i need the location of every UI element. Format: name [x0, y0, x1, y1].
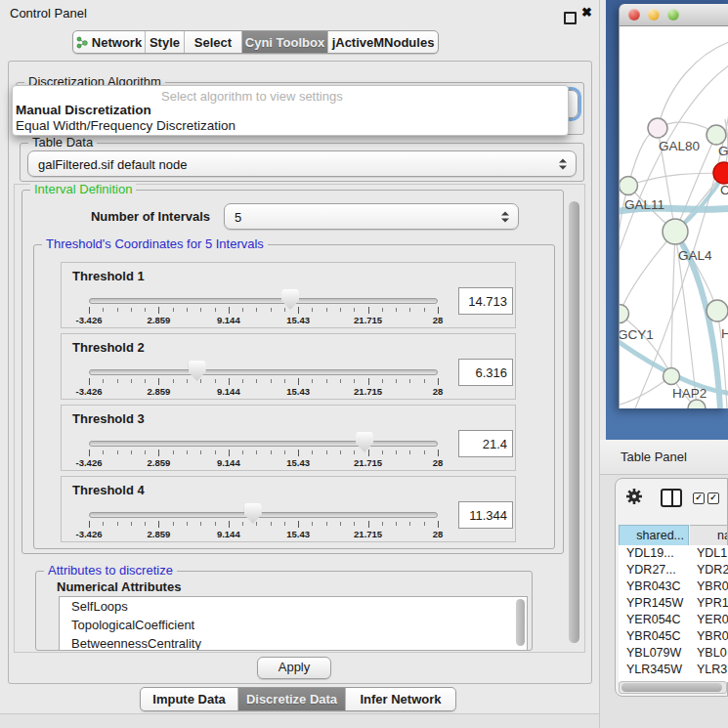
application-window: Control Panel ✖ Network Style Select Cyn…: [0, 0, 728, 728]
threshold-2-slider-track[interactable]: [89, 369, 438, 375]
node-gal4[interactable]: [663, 219, 688, 244]
table-cell[interactable]: YDR2: [689, 562, 728, 578]
list-item-selfloops[interactable]: SelfLoops: [60, 597, 527, 616]
label-h-partial: H: [721, 326, 728, 341]
checkbox-icon[interactable]: ✓: [707, 492, 719, 504]
slider-tick-labels: -3.4262.8599.14415.4321.71528: [89, 386, 438, 396]
threshold-1-row: Threshold 1 -3.4262.8599.14415.4321.7152…: [61, 262, 516, 328]
tab-select[interactable]: Select: [185, 31, 242, 53]
table-cell[interactable]: YER054C: [619, 612, 689, 628]
top-tab-bar: Network Style Select Cyni Toolbox jActiv…: [72, 30, 439, 54]
apply-button[interactable]: Apply: [257, 657, 331, 679]
tab-jactivemnodules-label: jActiveMNodules: [332, 35, 435, 50]
label-gal4: GAL4: [678, 248, 712, 263]
bottom-strip: [0, 714, 599, 728]
threshold-3-value-field[interactable]: 21.4: [458, 430, 513, 457]
table-cell[interactable]: YDL19...: [619, 545, 689, 562]
label-gal80: GAL80: [659, 139, 700, 153]
table-cell[interactable]: YER0: [689, 612, 728, 628]
node-top-right[interactable]: [707, 125, 726, 145]
close-traffic-light-icon[interactable]: [628, 9, 640, 21]
tab-cyni-toolbox[interactable]: Cyni Toolbox: [242, 31, 328, 53]
table-cell[interactable]: YDL1: [689, 545, 728, 562]
table-horizontal-scrollbar[interactable]: [619, 681, 727, 694]
split-columns-icon[interactable]: [661, 489, 682, 507]
slider-ticks: [89, 521, 438, 529]
minimize-traffic-light-icon[interactable]: [648, 9, 660, 21]
threshold-1-slider-track[interactable]: [89, 298, 438, 304]
zoom-traffic-light-icon[interactable]: [667, 9, 679, 21]
table-cell[interactable]: YBR0: [689, 578, 728, 595]
table-cell[interactable]: YBL079W: [619, 645, 689, 662]
float-window-icon[interactable]: [564, 12, 577, 24]
table-cell[interactable]: YLR345W: [619, 662, 689, 678]
tab-network[interactable]: Network: [73, 31, 146, 53]
list-item-topologicalcoefficient[interactable]: TopologicalCoefficient: [60, 616, 527, 634]
node-selected-red[interactable]: [713, 162, 728, 184]
table-horizontal-scrollbar-thumb[interactable]: [621, 683, 722, 692]
table-cell[interactable]: YDR27...: [619, 562, 689, 578]
slider-tick-labels: -3.4262.8599.14415.4321.71528: [89, 315, 438, 324]
threshold-4-value-field[interactable]: 11.344: [458, 501, 513, 529]
network-window-titlebar[interactable]: [619, 4, 728, 26]
network-graph: GAL80 GA C GAL11 GAL4 GCY1 H HAP2: [620, 26, 728, 408]
panel-title: Control Panel: [10, 6, 87, 21]
slider-tick-labels: -3.4262.8599.14415.4321.71528: [89, 457, 438, 467]
tab-infer-network-label: Infer Network: [360, 692, 441, 707]
checkbox-icon[interactable]: ✓: [693, 492, 705, 504]
dropdown-option-equal-width-frequency[interactable]: Equal Width/Frequency Discretization: [16, 118, 236, 133]
tab-network-label: Network: [92, 35, 142, 50]
node-gal11[interactable]: [620, 177, 638, 195]
number-of-intervals-combobox[interactable]: 5: [224, 203, 519, 230]
thresholds-group-title: Threshold's Coordinates for 5 Intervals: [42, 236, 268, 251]
table-cell[interactable]: YPR145W: [619, 595, 689, 612]
gear-icon: [625, 488, 643, 505]
node-gal80[interactable]: [648, 118, 667, 138]
table-cell[interactable]: YBL0: [689, 645, 728, 662]
node-hap2[interactable]: [664, 368, 680, 385]
tab-select-label: Select: [194, 35, 232, 50]
tab-impute-data[interactable]: Impute Data: [141, 688, 238, 710]
stepper-arrows-icon: [501, 211, 509, 222]
network-canvas[interactable]: GAL80 GA C GAL11 GAL4 GCY1 H HAP2: [619, 26, 728, 408]
threshold-3-row: Threshold 3 -3.4262.8599.14415.4321.7152…: [61, 405, 516, 471]
table-cell[interactable]: YBR0: [689, 628, 728, 645]
bottom-tab-bar: Impute Data Discretize Data Infer Networ…: [140, 687, 456, 711]
node-bottom-partial[interactable]: [688, 400, 706, 408]
node-right-h[interactable]: [707, 300, 728, 321]
table-cell[interactable]: YBR045C: [619, 628, 689, 645]
tab-jactivemnodules[interactable]: jActiveMNodules: [328, 31, 438, 53]
algorithm-dropdown-popup: Select algorithm to view settings Manual…: [12, 85, 569, 136]
table-cell[interactable]: YLR3: [689, 662, 728, 678]
threshold-2-row: Threshold 2 -3.4262.8599.14415.4321.7152…: [61, 333, 516, 400]
close-icon[interactable]: ✖: [581, 5, 592, 20]
list-scrollbar[interactable]: [516, 599, 525, 646]
number-of-intervals-label: Number of Intervals: [49, 209, 210, 224]
threshold-4-slider-track[interactable]: [89, 512, 438, 518]
threshold-4-row: Threshold 4 -3.4262.8599.14415.4321.7152…: [61, 476, 516, 542]
threshold-1-value-field[interactable]: 14.713: [458, 287, 513, 315]
list-item-betweennesscentrality[interactable]: BetweennessCentrality: [60, 634, 527, 651]
table-data-group-title: Table Data: [28, 135, 97, 150]
table-settings-button[interactable]: [625, 488, 643, 508]
threshold-3-slider-track[interactable]: [89, 441, 438, 447]
numerical-attributes-label: Numerical Attributes: [57, 579, 181, 594]
threshold-2-value-field[interactable]: 6.316: [458, 359, 513, 386]
vertical-scrollbar[interactable]: [569, 201, 579, 643]
tab-discretize-data[interactable]: Discretize Data: [238, 688, 346, 710]
network-icon: [76, 36, 88, 49]
table-cell[interactable]: YPR1: [689, 595, 728, 612]
column-header-shared-name[interactable]: shared...: [619, 525, 689, 547]
tab-infer-network[interactable]: Infer Network: [346, 688, 455, 710]
dropdown-option-manual-discretization[interactable]: Manual Discretization: [16, 103, 151, 117]
table-panel-titlebar: Table Panel: [600, 440, 728, 475]
table-data-combobox[interactable]: galFiltered.sif default node: [27, 150, 577, 177]
tab-discretize-data-label: Discretize Data: [246, 692, 337, 707]
tab-style[interactable]: Style: [146, 31, 185, 53]
label-c-partial: C: [720, 183, 728, 197]
dropdown-hint-item[interactable]: Select algorithm to view settings: [161, 89, 343, 104]
column-header-name[interactable]: na: [690, 525, 728, 547]
table-cell[interactable]: YBR043C: [619, 578, 689, 595]
interval-definition-group-title: Interval Definition: [30, 182, 136, 196]
table-panel-title: Table Panel: [621, 450, 687, 464]
